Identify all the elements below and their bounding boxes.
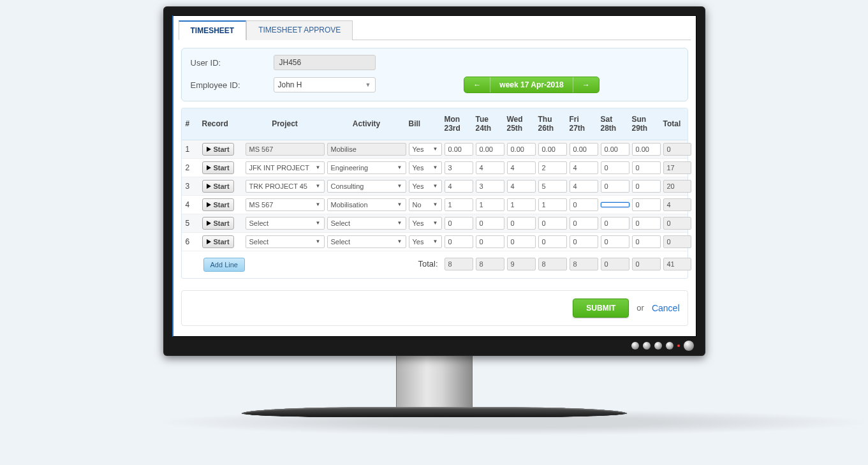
chevron-down-icon: ▼	[433, 183, 438, 189]
hours-input[interactable]: 5	[538, 180, 567, 193]
hours-input[interactable]: 0	[632, 161, 661, 174]
hours-input[interactable]: 0	[632, 180, 661, 193]
start-button[interactable]: Start	[202, 161, 234, 174]
hours-input[interactable]: 1	[476, 198, 504, 211]
employee-id-select[interactable]: John H ▼	[274, 77, 376, 92]
prev-week-button[interactable]: ←	[464, 77, 490, 92]
tab-timesheet-approve[interactable]: TIMESHEET APPROVE	[246, 20, 353, 40]
bill-select[interactable]: No▼	[409, 198, 442, 211]
row-total: 0	[663, 235, 691, 248]
project-select[interactable]: MS 567▼	[246, 198, 325, 211]
table-row: 5StartSelect▼Select▼Yes▼00000000	[182, 214, 688, 233]
activity-select[interactable]: Consulting▼	[327, 180, 406, 193]
hours-input[interactable]	[601, 202, 629, 207]
project-select[interactable]: JFK INT PROJECT▼	[246, 161, 325, 174]
row-number: 6	[186, 237, 200, 246]
hours-input[interactable]: 0.00	[476, 143, 504, 156]
hours-input[interactable]: 0	[476, 217, 504, 230]
col-sun: Sun29th	[632, 115, 661, 133]
bill-select[interactable]: Yes▼	[409, 235, 442, 248]
start-button-label: Start	[214, 219, 230, 227]
total-mon: 8	[445, 258, 473, 270]
hours-input[interactable]: 0	[538, 235, 567, 248]
hours-input[interactable]: 0	[570, 198, 598, 211]
project-select[interactable]: TRK PROJECT 45▼	[246, 180, 325, 193]
start-button[interactable]: Start	[202, 143, 234, 156]
project-select[interactable]: Select▼	[246, 217, 325, 230]
hours-input[interactable]: 0	[570, 217, 598, 230]
hours-input[interactable]: 2	[538, 161, 567, 174]
start-button[interactable]: Start	[202, 217, 234, 230]
hours-input[interactable]: 0	[507, 217, 536, 230]
arrow-right-icon: →	[582, 80, 590, 89]
chevron-down-icon: ▼	[316, 220, 321, 226]
table-row: 1StartMS 567MobiliseYes▼0.000.000.000.00…	[182, 140, 688, 159]
start-button[interactable]: Start	[202, 180, 234, 193]
hours-input[interactable]: 0.00	[570, 143, 598, 156]
hours-input[interactable]: 4	[570, 161, 598, 174]
hours-input[interactable]: 3	[445, 161, 473, 174]
power-button-icon	[684, 341, 694, 351]
hours-input[interactable]: 0	[601, 161, 629, 174]
employee-id-value: John H	[278, 80, 302, 89]
col-thu: Thu26th	[538, 115, 567, 133]
bill-select[interactable]: Yes▼	[409, 143, 442, 156]
row-total: 0	[663, 217, 691, 230]
hours-input[interactable]: 1	[538, 198, 567, 211]
start-button-label: Start	[214, 238, 230, 246]
hours-input[interactable]: 0	[601, 217, 629, 230]
start-button[interactable]: Start	[202, 198, 234, 211]
hours-input[interactable]: 1	[445, 198, 473, 211]
next-week-button[interactable]: →	[573, 77, 599, 92]
bill-select[interactable]: Yes▼	[409, 217, 442, 230]
activity-select[interactable]: Mobilisation▼	[327, 198, 406, 211]
employee-id-label: Employee ID:	[191, 80, 274, 90]
hours-input[interactable]: 4	[445, 180, 473, 193]
activity-select[interactable]: Select▼	[327, 235, 406, 248]
project-select[interactable]: Select▼	[246, 235, 325, 248]
activity-select[interactable]: Select▼	[327, 217, 406, 230]
hours-input[interactable]: 1	[507, 198, 536, 211]
hours-input[interactable]: 0	[632, 198, 661, 211]
start-button-label: Start	[214, 164, 230, 172]
tab-timesheet[interactable]: TIMESHEET	[179, 20, 247, 40]
hours-input[interactable]: 0	[632, 235, 661, 248]
submit-button[interactable]: SUBMIT	[573, 299, 629, 318]
hours-input[interactable]: 4	[507, 180, 536, 193]
hours-input[interactable]: 0.00	[507, 143, 536, 156]
bill-select[interactable]: Yes▼	[409, 180, 442, 193]
chevron-down-icon: ▼	[316, 165, 321, 170]
hours-input[interactable]: 0	[507, 235, 536, 248]
hours-input[interactable]: 0	[601, 180, 629, 193]
activity-value: Consulting	[331, 182, 364, 190]
hours-input[interactable]: 4	[476, 161, 504, 174]
col-fri: Fri27th	[570, 115, 598, 133]
hours-input[interactable]: 0.00	[538, 143, 567, 156]
hours-input[interactable]: 0.00	[632, 143, 661, 156]
hours-input[interactable]: 0	[601, 235, 629, 248]
col-record: Record	[202, 119, 243, 128]
hours-input[interactable]: 4	[570, 180, 598, 193]
user-id-field: JH456	[274, 55, 376, 70]
monitor-button-icon	[631, 342, 639, 350]
total-grand: 41	[663, 258, 691, 270]
row-number: 1	[186, 145, 200, 154]
hours-input[interactable]: 0	[538, 217, 567, 230]
start-button[interactable]: Start	[202, 235, 234, 248]
hours-input[interactable]: 0.00	[445, 143, 473, 156]
activity-select: Mobilise	[327, 143, 406, 156]
hours-input[interactable]: 0	[445, 217, 473, 230]
cancel-link[interactable]: Cancel	[652, 303, 680, 313]
hours-input[interactable]: 4	[507, 161, 536, 174]
totals-label: Total:	[246, 259, 442, 269]
hours-input[interactable]: 0	[476, 235, 504, 248]
bill-select[interactable]: Yes▼	[409, 161, 442, 174]
hours-input[interactable]: 0.00	[601, 143, 629, 156]
activity-select[interactable]: Engineering▼	[327, 161, 406, 174]
hours-input[interactable]: 0	[570, 235, 598, 248]
hours-input[interactable]: 0	[632, 217, 661, 230]
hours-input[interactable]: 0	[445, 235, 473, 248]
project-value: JFK INT PROJECT	[249, 164, 310, 172]
project-select: MS 567	[246, 143, 325, 156]
hours-input[interactable]: 3	[476, 180, 504, 193]
